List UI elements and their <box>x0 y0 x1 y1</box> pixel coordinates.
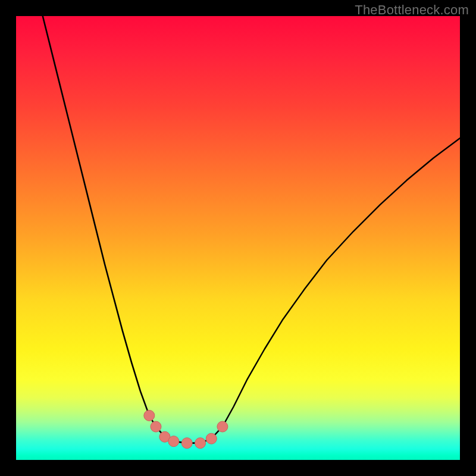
curve-layer <box>43 16 460 443</box>
marker-dot <box>181 438 192 449</box>
marker-dot <box>168 436 179 447</box>
marker-dot <box>195 438 206 449</box>
curve-left-branch <box>43 16 201 443</box>
plot-area <box>16 16 460 460</box>
marker-dot <box>206 433 217 444</box>
curve-right-branch <box>201 138 460 443</box>
marker-dot <box>217 421 228 432</box>
marker-dot <box>144 410 155 421</box>
outer-frame: TheBottleneck.com <box>0 0 476 476</box>
marker-dot <box>151 421 161 432</box>
marker-layer <box>144 410 228 448</box>
watermark-text: TheBottleneck.com <box>355 2 469 18</box>
chart-svg <box>16 16 460 460</box>
